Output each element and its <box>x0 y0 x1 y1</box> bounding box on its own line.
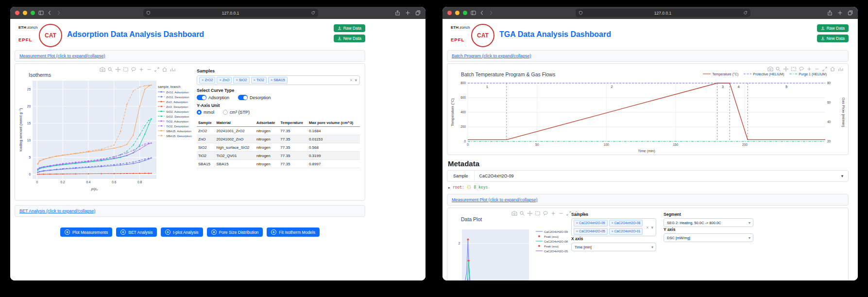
autoscale-icon[interactable] <box>154 67 160 72</box>
legend-item[interactable]: ZnO, Desorption <box>158 105 197 108</box>
new-data-button[interactable]: New Data <box>334 35 365 42</box>
remove-tag-icon[interactable]: × <box>202 78 204 83</box>
new-data-button[interactable]: New Data <box>817 35 849 42</box>
desorption-toggle[interactable]: Desorption <box>238 95 271 100</box>
legend-item[interactable]: ZnO, Adsorption <box>158 100 197 104</box>
toggle-switch-icon[interactable] <box>238 95 248 100</box>
sample-tag[interactable]: ×SBA15 <box>268 77 288 84</box>
sample-tag[interactable]: ×ZrO2 <box>199 77 215 84</box>
dropdown-caret-icon[interactable]: ▾ <box>749 221 750 225</box>
camera-icon[interactable] <box>100 67 105 72</box>
back-icon[interactable] <box>47 10 52 16</box>
remove-tag-icon[interactable]: × <box>254 78 255 83</box>
lasso-icon[interactable] <box>799 66 804 72</box>
plot-legend[interactable]: CaC2O4xH2O-09Peak (exo)CaC2O4xH2O-08Peak… <box>536 229 574 254</box>
bet-analysis-button[interactable]: BET Analysis <box>116 227 157 237</box>
zoom-button[interactable] <box>31 11 35 15</box>
raw-data-button[interactable]: Raw Data <box>817 24 849 32</box>
sample-tag[interactable]: ×ZnO <box>217 77 232 84</box>
t-plot-analysis-button[interactable]: t-plot Analysis <box>161 227 203 237</box>
fit-isotherm-models-button[interactable]: Fit Isotherm Models <box>267 227 320 237</box>
autoscale-icon[interactable] <box>822 66 828 72</box>
clear-all-icon[interactable]: × <box>646 225 648 230</box>
tree-expand-icon[interactable]: ▶ <box>448 186 450 189</box>
legend-item[interactable]: Temperature (°C) <box>703 72 738 76</box>
clear-all-icon[interactable]: × <box>350 78 352 83</box>
new-tab-icon[interactable] <box>837 10 843 16</box>
minimize-button[interactable] <box>23 11 27 15</box>
lasso-icon[interactable] <box>131 67 136 72</box>
metadata-sample-select[interactable]: Sample CaC2O4xH2O-09 ▼ <box>447 170 849 182</box>
unit-cm3-radio[interactable]: cm³ (STP) <box>223 110 250 115</box>
reload-icon[interactable] <box>743 11 748 15</box>
batch-program-toggle[interactable]: Batch Program (click to expand/collapse) <box>447 50 849 62</box>
share-icon[interactable] <box>395 10 400 16</box>
pan-icon[interactable] <box>783 66 789 72</box>
raw-data-button[interactable]: Raw Data <box>334 24 365 32</box>
dropdown-caret-icon[interactable]: ▾ <box>749 236 750 240</box>
zoom-button[interactable] <box>463 11 467 15</box>
pan-icon[interactable] <box>115 67 121 72</box>
zoom-icon[interactable] <box>775 66 781 72</box>
remove-tag-icon[interactable]: × <box>576 221 578 226</box>
measurement-plot-toggle[interactable]: Measurement Plot (click to expand/collap… <box>15 50 365 62</box>
minimize-button[interactable] <box>455 11 460 15</box>
remove-tag-icon[interactable]: × <box>271 78 272 83</box>
box-select-icon[interactable] <box>791 66 797 72</box>
close-button[interactable] <box>447 11 452 15</box>
legend-item[interactable]: SBA15, Adsorption <box>158 129 197 133</box>
new-tab-icon[interactable] <box>405 10 410 16</box>
sample-tag[interactable]: ×SiO2 <box>233 77 249 84</box>
zoom-in-icon[interactable] <box>138 67 144 72</box>
sidebar-toggle-icon[interactable] <box>38 10 44 16</box>
legend-item[interactable]: Purge 1 (HELIUM) <box>789 72 827 76</box>
radio-icon[interactable] <box>223 110 228 115</box>
legend-item[interactable]: Protective (HELIUM) <box>744 72 784 76</box>
tab-overview-icon[interactable] <box>415 10 421 16</box>
dropdown-caret-icon[interactable]: ▼ <box>840 174 844 178</box>
remove-tag-icon[interactable]: × <box>236 78 238 83</box>
legend-item[interactable]: SiO2, Adsorption <box>158 109 197 113</box>
bet-analysis-toggle[interactable]: BET Analysis (click to expand/collapse) <box>15 205 365 217</box>
sample-tag[interactable]: ×CaC2O4xH2O-01 <box>609 228 643 235</box>
zoom-in-icon[interactable] <box>806 66 812 72</box>
remove-tag-icon[interactable]: × <box>612 229 613 234</box>
samples-multiselect[interactable]: ×CaC2O4xH2O-09×CaC2O4xH2O-08×CaC2O4xH2O-… <box>571 218 656 236</box>
address-bar[interactable]: 127.0.0.1 <box>576 9 750 17</box>
isotherms-plot[interactable]: 00.20.40.60.80510152025p/p₀loading amoun… <box>18 78 158 192</box>
zoom-icon[interactable] <box>519 210 525 216</box>
plotly-logo-icon[interactable] <box>837 66 843 72</box>
legend-item[interactable]: ZrO2, Desorption <box>158 95 197 99</box>
dropdown-caret-icon[interactable]: ▾ <box>355 78 357 83</box>
legend-item[interactable]: CaC2O4xH2O-08 <box>536 239 574 243</box>
unit-mmol-radio[interactable]: mmol <box>197 110 214 115</box>
box-select-icon[interactable] <box>123 67 129 72</box>
zoom-in-icon[interactable] <box>550 210 556 216</box>
metadata-json-tree[interactable]: ▶ root: {} 8 keys <box>447 185 849 190</box>
forward-icon[interactable] <box>56 10 61 16</box>
sidebar-toggle-icon[interactable] <box>471 10 476 16</box>
close-button[interactable] <box>15 11 19 15</box>
zoom-out-icon[interactable] <box>558 210 564 216</box>
dsc-plot[interactable]: 1.52 <box>452 227 530 280</box>
share-icon[interactable] <box>827 10 833 16</box>
remove-tag-icon[interactable]: × <box>576 229 578 234</box>
reset-axes-icon[interactable] <box>830 66 835 72</box>
segment-select[interactable]: SEG 2: Heating, 50.0C -> 800.0C ▾ <box>664 218 753 227</box>
camera-icon[interactable] <box>511 210 517 216</box>
sample-tag[interactable]: ×CaC2O4xH2O-08 <box>609 220 643 227</box>
legend-item[interactable]: CaC2O4xH2O-05 <box>536 249 574 253</box>
radio-icon[interactable] <box>197 110 202 115</box>
address-bar[interactable]: 127.0.0.1 <box>143 9 318 17</box>
legend-item[interactable]: TiO2, Desorption <box>158 124 197 128</box>
legend-item[interactable]: TiO2, Adsorption <box>158 119 197 123</box>
plotly-logo-icon[interactable] <box>170 67 175 72</box>
remove-tag-icon[interactable]: × <box>219 78 221 83</box>
remove-tag-icon[interactable]: × <box>612 221 613 226</box>
camera-icon[interactable] <box>767 66 773 72</box>
plot-modebar[interactable] <box>100 67 175 72</box>
browser-titlebar[interactable]: 127.0.0.1 <box>10 7 425 19</box>
reload-icon[interactable] <box>311 11 315 15</box>
pan-icon[interactable] <box>527 210 533 216</box>
measurement-plot-toggle[interactable]: Measurement Plot (click to expand/collap… <box>447 194 849 206</box>
